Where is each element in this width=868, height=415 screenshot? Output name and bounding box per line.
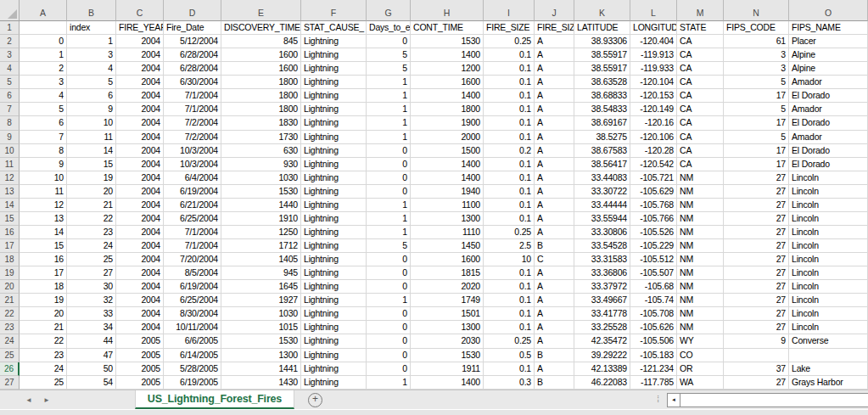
- cell-N4[interactable]: 3: [724, 62, 789, 76]
- column-header-O[interactable]: O: [789, 0, 868, 21]
- cell-L13[interactable]: -105.629: [630, 185, 677, 199]
- cell-F8[interactable]: Lightning: [301, 116, 367, 130]
- cell-M8[interactable]: CA: [677, 116, 724, 130]
- cell-H14[interactable]: 1100: [411, 199, 484, 212]
- cell-I24[interactable]: 0.25: [484, 334, 535, 348]
- cell-A18[interactable]: 16: [20, 253, 67, 266]
- cell-I16[interactable]: 0.25: [484, 226, 535, 239]
- cell-J25[interactable]: B: [535, 349, 574, 362]
- cell-J16[interactable]: A: [535, 226, 574, 239]
- cell-A16[interactable]: 14: [20, 226, 67, 239]
- cell-B1[interactable]: index: [67, 21, 116, 35]
- column-header-C[interactable]: C: [116, 0, 164, 21]
- cell-G19[interactable]: 0: [367, 266, 411, 280]
- cell-G1[interactable]: Days_to_exti: [367, 21, 411, 35]
- cell-K17[interactable]: 33.54528: [574, 239, 630, 253]
- cell-K27[interactable]: 46.22083: [574, 376, 630, 390]
- cell-K6[interactable]: 38.68833: [574, 89, 630, 103]
- cell-J19[interactable]: A: [535, 266, 574, 280]
- cell-N14[interactable]: 27: [724, 199, 789, 212]
- row-header-11[interactable]: 11: [0, 158, 20, 171]
- cell-C9[interactable]: 2004: [116, 131, 164, 144]
- cell-A2[interactable]: 0: [20, 35, 67, 48]
- cell-J21[interactable]: A: [535, 294, 574, 307]
- cell-D26[interactable]: 5/28/2005: [164, 362, 221, 376]
- column-header-G[interactable]: G: [367, 0, 411, 21]
- cell-N16[interactable]: 27: [724, 226, 789, 239]
- cell-O20[interactable]: Lincoln: [789, 280, 868, 294]
- cell-M25[interactable]: CO: [677, 349, 724, 362]
- cell-J17[interactable]: B: [535, 239, 574, 253]
- cell-A14[interactable]: 12: [20, 199, 67, 212]
- cell-F10[interactable]: Lightning: [301, 144, 367, 158]
- cell-J26[interactable]: A: [535, 362, 574, 376]
- cell-G14[interactable]: 1: [367, 199, 411, 212]
- cell-K5[interactable]: 38.63528: [574, 76, 630, 89]
- row-header-6[interactable]: 6: [0, 89, 20, 103]
- cell-N15[interactable]: 27: [724, 212, 789, 226]
- cell-C18[interactable]: 2004: [116, 253, 164, 266]
- cell-B23[interactable]: 34: [67, 321, 116, 334]
- cell-A21[interactable]: 19: [20, 294, 67, 307]
- cell-E11[interactable]: 930: [221, 158, 301, 171]
- cell-J8[interactable]: A: [535, 116, 574, 130]
- cell-H11[interactable]: 1400: [411, 158, 484, 171]
- column-header-L[interactable]: L: [630, 0, 677, 21]
- cell-N3[interactable]: 3: [724, 48, 789, 62]
- cell-N12[interactable]: 27: [724, 171, 789, 185]
- cell-B18[interactable]: 25: [67, 253, 116, 266]
- cell-E9[interactable]: 1730: [221, 131, 301, 144]
- cell-F18[interactable]: Lightning: [301, 253, 367, 266]
- cell-B24[interactable]: 44: [67, 334, 116, 348]
- cell-K15[interactable]: 33.55944: [574, 212, 630, 226]
- cell-H16[interactable]: 1110: [411, 226, 484, 239]
- cell-N20[interactable]: 27: [724, 280, 789, 294]
- cell-J10[interactable]: A: [535, 144, 574, 158]
- cell-A26[interactable]: 24: [20, 362, 67, 376]
- cell-D7[interactable]: 7/1/2004: [164, 103, 221, 116]
- cell-F5[interactable]: Lightning: [301, 76, 367, 89]
- cell-O22[interactable]: Lincoln: [789, 307, 868, 321]
- cell-O1[interactable]: FIPS_NAME: [789, 21, 868, 35]
- cell-K14[interactable]: 33.44444: [574, 199, 630, 212]
- cell-F21[interactable]: Lightning: [301, 294, 367, 307]
- cell-M7[interactable]: CA: [677, 103, 724, 116]
- cell-N6[interactable]: 17: [724, 89, 789, 103]
- cell-C6[interactable]: 2004: [116, 89, 164, 103]
- cell-F7[interactable]: Lightning: [301, 103, 367, 116]
- cell-A5[interactable]: 3: [20, 76, 67, 89]
- cell-A20[interactable]: 18: [20, 280, 67, 294]
- cell-D8[interactable]: 7/2/2004: [164, 116, 221, 130]
- column-header-B[interactable]: B: [67, 0, 116, 21]
- cell-L24[interactable]: -105.506: [630, 334, 677, 348]
- column-header-M[interactable]: M: [677, 0, 724, 21]
- cell-B3[interactable]: 3: [67, 48, 116, 62]
- cell-H15[interactable]: 1300: [411, 212, 484, 226]
- cell-B26[interactable]: 50: [67, 362, 116, 376]
- cell-A19[interactable]: 17: [20, 266, 67, 280]
- cell-G8[interactable]: 1: [367, 116, 411, 130]
- row-header-10[interactable]: 10: [0, 144, 20, 158]
- cell-H23[interactable]: 1300: [411, 321, 484, 334]
- cell-O14[interactable]: Lincoln: [789, 199, 868, 212]
- cell-B14[interactable]: 21: [67, 199, 116, 212]
- cell-O3[interactable]: Alpine: [789, 48, 868, 62]
- column-header-N[interactable]: N: [724, 0, 789, 21]
- cell-M23[interactable]: NM: [677, 321, 724, 334]
- cell-D5[interactable]: 6/30/2004: [164, 76, 221, 89]
- cell-C3[interactable]: 2004: [116, 48, 164, 62]
- cell-B11[interactable]: 15: [67, 158, 116, 171]
- cell-N7[interactable]: 5: [724, 103, 789, 116]
- cell-E14[interactable]: 1440: [221, 199, 301, 212]
- select-all-button[interactable]: [0, 0, 20, 21]
- cell-K1[interactable]: LATITUDE: [574, 21, 630, 35]
- cell-E17[interactable]: 1712: [221, 239, 301, 253]
- cell-G26[interactable]: 0: [367, 362, 411, 376]
- cell-F27[interactable]: Lightning: [301, 376, 367, 390]
- cell-O9[interactable]: Amador: [789, 131, 868, 144]
- cell-O15[interactable]: Lincoln: [789, 212, 868, 226]
- cell-M18[interactable]: NM: [677, 253, 724, 266]
- cell-F11[interactable]: Lightning: [301, 158, 367, 171]
- cell-A1[interactable]: [20, 21, 67, 35]
- cell-F19[interactable]: Lightning: [301, 266, 367, 280]
